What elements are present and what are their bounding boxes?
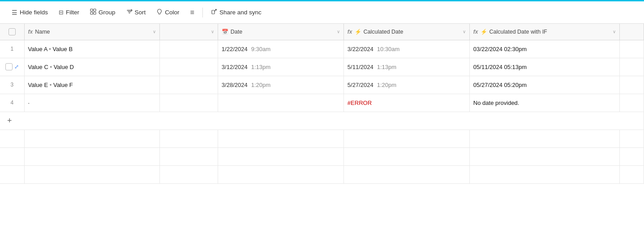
- header-date-chevron: ∨: [337, 29, 340, 34]
- hide-fields-label: Hide fields: [20, 9, 48, 16]
- row-4-name-cell: ·: [24, 94, 160, 112]
- row-3-sep: •: [50, 82, 53, 88]
- empty-cell: [343, 165, 469, 183]
- header-calc-date-if[interactable]: fx ⚡ Calculated Date with IF ∨: [469, 24, 619, 40]
- group-button[interactable]: Group: [86, 6, 120, 19]
- header-date[interactable]: 📅 Date ∨: [218, 24, 343, 40]
- row-2-calc-time: 1:13pm: [377, 64, 396, 70]
- empty-row-1: [0, 130, 644, 147]
- sort-label: Sort: [135, 9, 146, 16]
- empty-cell: [343, 147, 469, 165]
- header-calc-date[interactable]: fx ⚡ Calculated Date ∨: [343, 24, 469, 40]
- row-2-name2: Value D: [54, 64, 74, 70]
- table-row: 3 ⤢ Value E • Value F 3/28/2024: [0, 76, 644, 94]
- row-1-date: 1/22/2024: [222, 46, 248, 52]
- row-3-calc-time: 1:20pm: [377, 82, 396, 88]
- filter-icon: ⊟: [59, 9, 64, 16]
- row-3-extra-cell: [160, 76, 218, 94]
- row-2-num-cell: ⤢: [0, 58, 24, 76]
- row-4-calc-if: No date provided.: [473, 100, 519, 106]
- add-row-icon[interactable]: +: [4, 116, 12, 125]
- empty-row-2: [0, 147, 644, 165]
- table-row: 1 ⤢ Value A • Value B 1/22/2024: [0, 40, 644, 58]
- row-2-time: 1:13pm: [251, 64, 270, 70]
- empty-cell: [24, 165, 160, 183]
- table-row: ⤢ Value C • Value D 3/12/2024 1:13pm: [0, 58, 644, 76]
- table-row: 4 ⤢ · #ERROR No date provided.: [0, 94, 644, 112]
- row-1-num-cell: 1 ⤢: [0, 40, 24, 58]
- formula-icon-3: fx: [473, 29, 478, 35]
- empty-cell: [0, 130, 24, 147]
- row-height-icon: ≡: [190, 9, 194, 17]
- filter-label: Filter: [66, 9, 79, 16]
- empty-cell: [160, 165, 218, 183]
- row-4-last-cell: [619, 94, 644, 112]
- row-3-date: 3/28/2024: [222, 82, 248, 88]
- select-all-checkbox[interactable]: [9, 28, 16, 35]
- row-4-num-cell: 4 ⤢: [0, 94, 24, 112]
- row-4-date-cell: [218, 94, 343, 112]
- empty-cell: [0, 165, 24, 183]
- row-3-calc-if-cell: 05/27/2024 05:20pm: [469, 76, 619, 94]
- hide-fields-button[interactable]: ☰ Hide fields: [7, 6, 52, 19]
- row-2-date-cell: 3/12/2024 1:13pm: [218, 58, 343, 76]
- header-name-chevron: ∨: [153, 29, 156, 34]
- row-1-date-cell: 1/22/2024 9:30am: [218, 40, 343, 58]
- sort-button[interactable]: Sort: [122, 6, 150, 19]
- row-1-time: 9:30am: [251, 46, 270, 52]
- row-4-calc-if-cell: No date provided.: [469, 94, 619, 112]
- row-1-extra-cell: [160, 40, 218, 58]
- row-2-expand-icon[interactable]: ⤢: [14, 64, 19, 70]
- row-2-calc-if-cell: 05/11/2024 05:13pm: [469, 58, 619, 76]
- header-rownum: [0, 24, 24, 40]
- empty-cell: [24, 130, 160, 147]
- filter-button[interactable]: ⊟ Filter: [54, 6, 84, 18]
- header-calc-date-if-label: Calculated Date with IF: [489, 29, 547, 35]
- empty-cell: [24, 147, 160, 165]
- svg-rect-0: [90, 9, 93, 11]
- row-3-name-cell: Value E • Value F: [24, 76, 160, 94]
- row-3-last-cell: [619, 76, 644, 94]
- empty-cell: [0, 147, 24, 165]
- empty-cell: [160, 130, 218, 147]
- row-2-checkbox[interactable]: [5, 63, 13, 70]
- row-2-date: 3/12/2024: [222, 64, 248, 70]
- hide-fields-icon: ☰: [12, 9, 17, 16]
- toolbar-divider: [202, 8, 203, 17]
- empty-cell: [469, 147, 619, 165]
- row-1-calc-if-cell: 03/22/2024 02:30pm: [469, 40, 619, 58]
- row-3-date-cell: 3/28/2024 1:20pm: [218, 76, 343, 94]
- row-3-calc-cell: 5/27/2024 1:20pm: [343, 76, 469, 94]
- header-name-label: Name: [35, 29, 50, 35]
- row-2-calc-cell: 5/11/2024 1:13pm: [343, 58, 469, 76]
- share-sync-label: Share and sync: [219, 9, 262, 16]
- share-sync-button[interactable]: Share and sync: [206, 6, 266, 19]
- header-extra[interactable]: ∨: [160, 24, 218, 40]
- row-3-name1: Value E: [28, 82, 48, 88]
- group-icon: [90, 9, 96, 16]
- share-sync-icon: [211, 9, 217, 16]
- row-4-name1: ·: [28, 100, 30, 106]
- empty-cell: [343, 130, 469, 147]
- svg-rect-3: [94, 12, 96, 14]
- add-row-cell[interactable]: +: [0, 112, 644, 130]
- empty-cell: [619, 130, 644, 147]
- lightning-icon-1: ⚡: [355, 29, 361, 35]
- table-container: fx Name ∨ ∨: [0, 24, 644, 184]
- row-2-calc-if: 05/11/2024 05:13pm: [473, 64, 527, 70]
- empty-cell: [218, 147, 343, 165]
- header-row: fx Name ∨ ∨: [0, 24, 644, 40]
- row-height-button[interactable]: ≡: [186, 6, 199, 19]
- color-button[interactable]: Color: [152, 6, 184, 19]
- header-calc-chevron: ∨: [463, 29, 466, 34]
- header-calc-if-chevron: ∨: [613, 29, 616, 34]
- row-1-name2: Value B: [52, 46, 73, 52]
- row-1-last-cell: [619, 40, 644, 58]
- empty-cell: [218, 130, 343, 147]
- header-extra-chevron: ∨: [211, 29, 214, 34]
- row-3-num-cell: 3 ⤢: [0, 76, 24, 94]
- header-name[interactable]: fx Name ∨: [24, 24, 160, 40]
- empty-cell: [218, 165, 343, 183]
- add-row[interactable]: +: [0, 112, 644, 130]
- row-4-calc-cell: #ERROR: [343, 94, 469, 112]
